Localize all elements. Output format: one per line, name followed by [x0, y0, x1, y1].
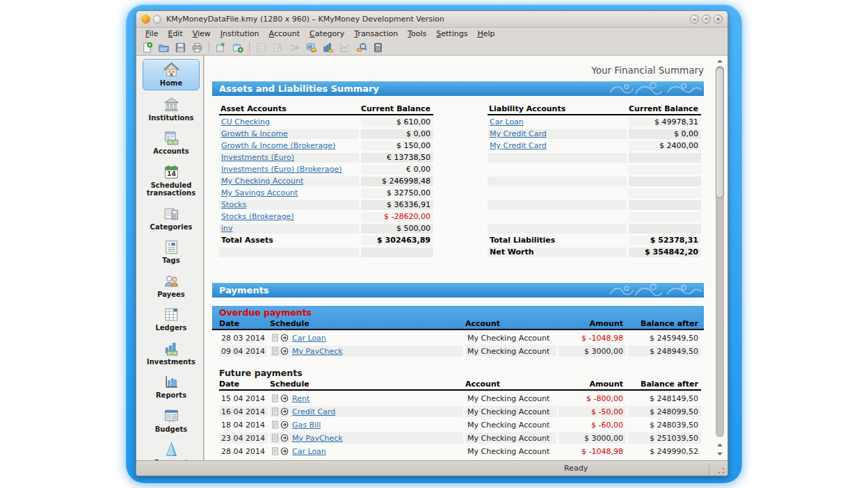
payment-balance-after: $ 248949,50 [628, 345, 701, 357]
account-link[interactable]: My Savings Account [221, 188, 298, 197]
sidebar-item-budgets[interactable]: Budgets [143, 406, 200, 436]
maximize-button[interactable] [702, 15, 711, 24]
find-transaction-icon[interactable] [354, 41, 369, 54]
new-file-icon[interactable] [140, 41, 154, 54]
scroll-up-button-bottom[interactable] [715, 441, 725, 448]
titlebar[interactable]: KMyMoneyDataFile.kmy (1280 x 960) – KMyM… [136, 11, 728, 28]
account-link[interactable]: Total Assets [221, 236, 273, 245]
scroll-up-button[interactable] [715, 57, 725, 65]
payment-balance-after: $ 248149,50 [628, 393, 701, 404]
payment-account: My Checking Account [465, 393, 556, 404]
account-link[interactable]: Investments (Euro) [221, 153, 294, 162]
menu-help[interactable]: Help [472, 29, 499, 39]
edit-schedule-icon[interactable] [272, 421, 279, 429]
schedule-link[interactable]: Gas Bill [292, 421, 321, 430]
account-link[interactable]: My Credit Card [490, 141, 547, 150]
enter-schedule-icon[interactable] [280, 334, 289, 342]
accounts-chart-icon[interactable] [304, 41, 319, 54]
scrollbar-track[interactable] [716, 66, 724, 437]
print-icon[interactable] [190, 41, 204, 54]
enter-schedule-icon[interactable] [280, 407, 289, 416]
asset-row: My Checking Account $ 246998,48 [219, 177, 433, 186]
resize-grip[interactable] [717, 466, 725, 475]
payment-amount: $ -50,00 [558, 406, 626, 417]
enter-schedule-icon[interactable] [280, 447, 289, 455]
window-title: KMyMoneyDataFile.kmy (1280 x 960) – KMyM… [166, 15, 444, 24]
new-account-icon[interactable] [230, 41, 245, 54]
schedule-link[interactable]: Rent [292, 394, 310, 403]
sidebar-item-reports[interactable]: Reports [143, 372, 200, 402]
save-icon[interactable] [173, 41, 188, 54]
menu-institution[interactable]: Institution [216, 29, 264, 39]
account-balance [629, 212, 701, 222]
account-link[interactable]: My Credit Card [490, 129, 547, 138]
account-link[interactable]: Stocks [221, 200, 246, 209]
account-link[interactable]: inv [221, 224, 233, 233]
col-amount: Amount [558, 380, 626, 389]
edit-schedule-icon[interactable] [272, 334, 279, 342]
sidebar-item-tags[interactable]: Tags [143, 237, 200, 267]
sidebar-item-forecast[interactable]: Forecast [143, 439, 200, 460]
menu-tools[interactable]: Tools [403, 29, 431, 39]
sidebar-item-accounts[interactable]: Accounts [143, 128, 200, 158]
account-link[interactable]: Net Worth [490, 247, 534, 257]
schedule-link[interactable]: Car Loan [292, 334, 326, 343]
scrollbar-thumb[interactable] [716, 67, 724, 198]
statusbar-divider [709, 463, 709, 475]
enter-schedule-icon[interactable] [280, 394, 289, 402]
menu-settings[interactable]: Settings [431, 29, 472, 39]
menu-file[interactable]: File [140, 29, 163, 39]
payment-date: 28 03 2014 [219, 332, 268, 343]
sidebar-item-institutions[interactable]: Institutions [143, 95, 200, 124]
edit-schedule-icon[interactable] [272, 434, 279, 442]
account-link[interactable]: CU Checking [221, 117, 270, 127]
sidebar-item-scheduled-transactions[interactable]: 14 Scheduled transactions [143, 162, 200, 200]
asset-row: Total Assets $ 302463,89 [219, 236, 433, 245]
menu-category[interactable]: Category [305, 29, 349, 39]
asset-row [219, 247, 433, 257]
sidebar-item-investments[interactable]: Investments [143, 339, 200, 368]
account-link[interactable]: Growth & Income [221, 129, 288, 138]
account-link[interactable]: Stocks (Brokerage) [221, 212, 294, 221]
menu-account[interactable]: Account [264, 29, 305, 39]
account-balance: € 0,00 [361, 165, 433, 174]
sidebar-item-payees[interactable]: Payees [143, 271, 200, 301]
open-file-icon[interactable] [156, 41, 171, 54]
enter-schedule-icon[interactable] [280, 421, 289, 429]
edit-schedule-icon[interactable] [272, 347, 279, 355]
menu-transaction[interactable]: Transaction [349, 29, 403, 39]
scroll-down-button[interactable] [715, 450, 725, 457]
schedule-link[interactable]: Credit Card [292, 407, 335, 416]
menu-view[interactable]: View [188, 29, 216, 39]
account-link[interactable]: Car Loan [490, 117, 524, 127]
minimize-button[interactable] [690, 15, 699, 24]
enter-schedule-icon[interactable] [280, 434, 289, 442]
payment-date: 18 04 2014 [219, 419, 268, 430]
account-link[interactable]: Growth & Income (Brokerage) [221, 141, 335, 150]
sidebar-item-home[interactable]: Home [143, 59, 200, 90]
account-link[interactable]: My Checking Account [221, 177, 303, 186]
menu-edit[interactable]: Edit [163, 29, 187, 39]
sidebar-item-categories[interactable]: Categories [143, 204, 200, 234]
account-link[interactable]: Investments (Euro) (Brokerage) [221, 165, 341, 174]
account-link[interactable]: Total Liabilities [490, 236, 555, 245]
edit-schedule-icon[interactable] [272, 394, 279, 402]
edit-schedule-icon[interactable] [272, 407, 279, 416]
liability-row: My Credit Card $ 0,00 [488, 129, 701, 139]
enter-schedule-icon[interactable] [280, 347, 289, 355]
edit-schedule-icon[interactable] [272, 447, 279, 455]
sidebar-item-ledgers[interactable]: Ledgers [143, 304, 200, 334]
new-institution-icon[interactable] [214, 41, 228, 54]
window-menu-icon[interactable] [153, 15, 161, 24]
payment-balance-after: $ 248099,50 [628, 406, 701, 417]
schedule-link[interactable]: My PayCheck [292, 347, 343, 356]
vertical-scrollbar[interactable] [714, 57, 725, 458]
assets-balance-header: Current Balance [361, 104, 431, 114]
schedule-link[interactable]: My PayCheck [292, 434, 343, 443]
payment-balance-after: $ 249990,52 [628, 446, 701, 457]
close-button[interactable] [714, 15, 723, 24]
schedule-link[interactable]: Car Loan [292, 447, 326, 456]
investment-chart-icon[interactable] [321, 41, 335, 54]
calculator-icon[interactable] [371, 41, 385, 54]
bank-icon [163, 96, 180, 113]
